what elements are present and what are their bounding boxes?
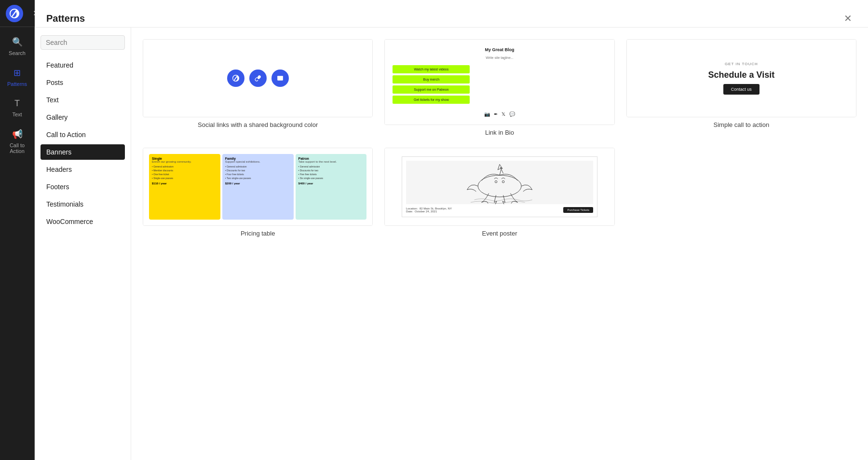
pattern-pricing-preview: Single Enrich our growing community. • G… <box>143 148 373 226</box>
patterns-content: Social links with a shared background co… <box>131 28 868 460</box>
pen-icon: ✒ <box>494 112 498 117</box>
bio-btn-2: Buy merch <box>393 75 470 84</box>
pattern-social-links[interactable]: Social links with a shared background co… <box>143 39 373 136</box>
pricing-single-name: Single <box>152 157 217 160</box>
patterns-title: Patterns <box>46 13 85 24</box>
pattern-event-label: Event poster <box>384 230 614 237</box>
pattern-link-in-bio[interactable]: My Great Blog Write site tagline... Watc… <box>384 39 614 136</box>
nav-item-featured[interactable]: Featured <box>41 57 125 73</box>
twitter-icon: 𝕏 <box>502 112 505 117</box>
mail-circle <box>271 70 289 87</box>
bio-icons: 📷 ✒ 𝕏 💬 <box>484 112 515 117</box>
cta-eyebrow: GET IN TOUCH <box>725 62 758 66</box>
nav-item-testimonials[interactable]: Testimonials <box>41 196 125 212</box>
event-illustration <box>406 161 593 204</box>
event-card: Location: 82 Main St, Brooklyn, NY Date:… <box>402 156 597 217</box>
pattern-event[interactable]: Location: 82 Main St, Brooklyn, NY Date:… <box>384 148 614 237</box>
bio-btn-3: Support me on Patreon <box>393 85 470 94</box>
patterns-grid: Social links with a shared background co… <box>143 39 856 237</box>
sidebar-item-patterns-label: Patterns <box>7 81 27 87</box>
event-date-label: Date: October 24, 2021 <box>406 210 452 213</box>
nav-item-woocommerce[interactable]: WooCommerce <box>41 214 125 229</box>
nav-item-banners[interactable]: Banners <box>41 144 125 160</box>
pricing-patron-price: $400 / year <box>298 182 364 185</box>
event-ticket-button[interactable]: Purchase Tickets <box>563 207 593 213</box>
pricing-single-tagline: Enrich our growing community. <box>152 160 217 163</box>
pattern-link-in-bio-preview: My Great Blog Write site tagline... Watc… <box>384 39 614 125</box>
pattern-social-links-label: Social links with a shared background co… <box>143 121 373 128</box>
modal-close-button[interactable]: ✕ <box>839 10 856 27</box>
bio-btn-4: Get tickets for my show <box>393 96 470 104</box>
pattern-pricing-label: Pricing table <box>143 230 373 237</box>
search-box: 🔍 <box>41 35 125 50</box>
pricing-card-family: Family Support special exhibitions. • Ge… <box>222 154 294 220</box>
pattern-link-in-bio-label: Link in Bio <box>384 129 614 136</box>
pricing-family-name: Family <box>225 157 291 160</box>
search-icon: 🔍 <box>12 37 23 47</box>
svg-point-0 <box>478 175 521 197</box>
sidebar-item-search-label: Search <box>9 50 26 56</box>
patterns-left-nav: 🔍 Featured Posts Text Gallery Call to Ac… <box>35 28 131 460</box>
nav-item-posts[interactable]: Posts <box>41 75 125 90</box>
nav-item-gallery[interactable]: Gallery <box>41 110 125 125</box>
patterns-modal: Patterns ✕ 🔍 Featured Posts Text Gallery… <box>35 0 868 460</box>
nav-item-footers[interactable]: Footers <box>41 179 125 195</box>
cta-title: Schedule a Visit <box>708 70 774 80</box>
nav-item-headers[interactable]: Headers <box>41 162 125 177</box>
sidebar-item-cta-label: Call to Action <box>6 142 29 154</box>
simple-cta-preview-area: GET IN TOUCH Schedule a Visit Contact us <box>627 40 856 117</box>
wordpress-circle <box>227 70 244 87</box>
event-footer: Location: 82 Main St, Brooklyn, NY Date:… <box>406 207 593 213</box>
pattern-simple-cta-label: Simple call to action <box>626 121 856 128</box>
pricing-card-single: Single Enrich our growing community. • G… <box>149 154 220 220</box>
social-circles <box>227 70 289 87</box>
bio-blog-title: My Great Blog <box>485 47 514 52</box>
patterns-body: 🔍 Featured Posts Text Gallery Call to Ac… <box>35 28 868 460</box>
sidebar-item-search[interactable]: 🔍 Search <box>4 33 31 60</box>
svg-point-1 <box>495 181 497 183</box>
svg-point-2 <box>502 181 504 183</box>
pricing-single-price: $110 / year <box>152 182 217 185</box>
wp-logo[interactable] <box>6 5 23 22</box>
bio-buttons: Watch my latest videos Buy merch Support… <box>393 65 606 104</box>
event-preview-area: Location: 82 Main St, Brooklyn, NY Date:… <box>385 148 614 225</box>
pattern-event-preview: Location: 82 Main St, Brooklyn, NY Date:… <box>384 148 614 226</box>
left-sidebar: 🔍 Search ⊞ Patterns T Text 📢 Call to Act… <box>0 27 35 460</box>
cta-icon: 📢 <box>12 129 23 139</box>
event-sketch-svg <box>406 161 593 204</box>
pricing-patron-tagline: Take support to the next level. <box>298 160 364 163</box>
sidebar-item-cta[interactable]: 📢 Call to Action <box>4 125 31 158</box>
sidebar-item-text[interactable]: T Text <box>4 95 31 121</box>
patterns-header: Patterns ✕ <box>35 0 868 28</box>
sidebar-item-text-label: Text <box>12 112 22 117</box>
bio-btn-1: Watch my latest videos <box>393 65 470 73</box>
sidebar-item-patterns[interactable]: ⊞ Patterns <box>4 64 31 91</box>
pattern-simple-cta-preview: GET IN TOUCH Schedule a Visit Contact us <box>626 39 856 117</box>
nav-item-call-to-action[interactable]: Call to Action <box>41 127 125 142</box>
cta-button: Contact us <box>723 84 760 95</box>
pricing-card-patron: Patron Take support to the next level. •… <box>296 154 367 220</box>
link-circle <box>249 70 267 87</box>
instagram-icon: 📷 <box>484 112 490 117</box>
social-links-preview-area <box>143 40 372 117</box>
text-icon: T <box>14 98 20 109</box>
pattern-simple-cta[interactable]: GET IN TOUCH Schedule a Visit Contact us… <box>626 39 856 136</box>
patterns-icon: ⊞ <box>14 68 21 78</box>
pattern-social-links-preview <box>143 39 373 117</box>
nav-item-text[interactable]: Text <box>41 92 125 108</box>
link-in-bio-preview-area: My Great Blog Write site tagline... Watc… <box>385 40 614 125</box>
pricing-patron-name: Patron <box>298 157 364 160</box>
pattern-pricing[interactable]: Single Enrich our growing community. • G… <box>143 148 373 237</box>
search-input[interactable] <box>46 39 130 46</box>
pricing-preview-area: Single Enrich our growing community. • G… <box>143 148 372 225</box>
chat-icon: 💬 <box>509 112 515 117</box>
pricing-family-tagline: Support special exhibitions. <box>225 160 291 163</box>
bio-tagline: Write site tagline... <box>486 56 513 59</box>
event-info: Location: 82 Main St, Brooklyn, NY Date:… <box>406 207 452 213</box>
pricing-family-price: $200 / year <box>225 182 291 185</box>
